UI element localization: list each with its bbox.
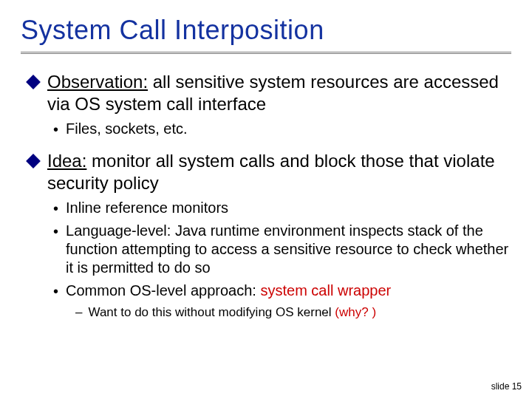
dot-icon: • bbox=[53, 282, 58, 300]
subbullet-text: Inline reference monitors bbox=[66, 199, 228, 217]
diamond-icon bbox=[26, 154, 41, 168]
subbullet-red: system call wrapper bbox=[260, 282, 391, 299]
dot-icon: • bbox=[53, 120, 58, 138]
dash-icon: – bbox=[75, 304, 82, 321]
bullet-text: Idea: monitor all system calls and block… bbox=[47, 150, 511, 194]
subbullet-pre: Common OS-level approach: bbox=[66, 282, 260, 299]
bullet-observation: Observation: all sensitive system resour… bbox=[27, 71, 511, 115]
dot-icon: • bbox=[53, 200, 58, 217]
title-rule bbox=[21, 52, 511, 55]
subbullet-text: Common OS-level approach: system call wr… bbox=[66, 282, 391, 300]
subbullet-inline: • Inline reference monitors bbox=[53, 199, 511, 217]
subbullet-text: Files, sockets, etc. bbox=[66, 120, 188, 138]
bullet-idea: Idea: monitor all system calls and block… bbox=[27, 150, 511, 194]
dot-icon: • bbox=[53, 222, 58, 240]
bullet-lead: Idea: bbox=[47, 151, 86, 171]
bullet-lead: Observation: bbox=[47, 72, 148, 92]
subsub-pre: Want to do this without modifying OS ker… bbox=[88, 305, 335, 319]
diamond-icon bbox=[26, 75, 41, 89]
subbullet-wrapper: • Common OS-level approach: system call … bbox=[53, 282, 511, 300]
bullet-text: Observation: all sensitive system resour… bbox=[47, 71, 511, 115]
slide-number: slide 15 bbox=[491, 381, 522, 392]
bullet-rest: monitor all system calls and block those… bbox=[47, 151, 495, 193]
slide-body: Observation: all sensitive system resour… bbox=[21, 71, 511, 321]
subsubbullet-text: Want to do this without modifying OS ker… bbox=[88, 304, 376, 321]
subbullet-language: • Language-level: Java runtime environme… bbox=[53, 222, 511, 277]
subbullet-files: • Files, sockets, etc. bbox=[53, 120, 511, 138]
subsubbullet-kernel: – Want to do this without modifying OS k… bbox=[75, 304, 511, 321]
slide-title: System Call Interposition bbox=[21, 15, 511, 46]
subbullet-text: Language-level: Java runtime environment… bbox=[66, 222, 511, 277]
subsub-red: (why? ) bbox=[335, 305, 376, 319]
